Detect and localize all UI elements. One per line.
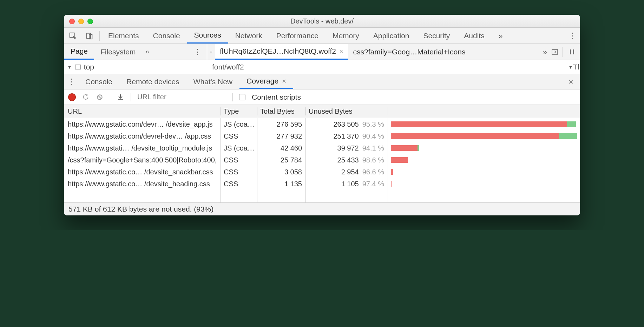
cell-url: https://www.gstatic.co… /devsite_heading…: [64, 178, 221, 190]
svg-rect-4: [552, 49, 558, 54]
more-tabs-icon[interactable]: »: [492, 28, 510, 44]
content-scripts-label: Content scripts: [252, 93, 301, 101]
main-tab-performance[interactable]: Performance: [269, 28, 326, 44]
file-mime-type: font/woff2: [207, 60, 566, 74]
cell-unused: 263 50595.3 %: [306, 118, 388, 130]
cell-total: 277 932: [257, 130, 306, 142]
record-button[interactable]: [68, 94, 75, 101]
column-type[interactable]: Type: [221, 107, 257, 115]
next-tab-icon[interactable]: [551, 48, 558, 55]
table-row[interactable]: https://www.gstatic.com/devrel-dev… /app…: [64, 130, 580, 142]
close-icon[interactable]: ×: [340, 48, 343, 55]
cell-unused: 39 97294.1 %: [306, 142, 388, 154]
cell-url: https://www.gstatic.co… /devsite_snackba…: [64, 166, 221, 178]
main-tab-elements[interactable]: Elements: [101, 28, 146, 44]
titlebar: DevTools - web.dev/: [64, 15, 580, 28]
file-tab-1[interactable]: css?family=Goog…Material+Icons: [348, 44, 471, 60]
svg-rect-1: [87, 33, 91, 38]
column-unused[interactable]: Unused Bytes: [306, 107, 388, 115]
navigator-tab-page[interactable]: Page: [64, 44, 94, 60]
tree-node-top[interactable]: top: [84, 63, 94, 71]
column-total[interactable]: Total Bytes: [257, 107, 306, 115]
expand-toggle-icon[interactable]: ▼: [67, 64, 72, 70]
content-scripts-checkbox[interactable]: [239, 94, 245, 100]
kebab-menu-icon[interactable]: ⋮: [566, 31, 580, 40]
pause-icon[interactable]: [567, 49, 575, 55]
main-tab-network[interactable]: Network: [228, 28, 269, 44]
drawer-tab-what-s-new[interactable]: What's New: [186, 74, 239, 89]
url-filter-input[interactable]: [137, 93, 226, 101]
coverage-status: 571 KB of 612 KB bytes are not used. (93…: [64, 202, 580, 215]
cell-total: 276 595: [257, 118, 306, 130]
cell-bar: [388, 142, 580, 154]
window-title: DevTools - web.dev/: [64, 17, 580, 25]
cell-url: https://www.gstatic.com/devrel-dev… /app…: [64, 130, 221, 142]
svg-rect-6: [573, 49, 574, 54]
cell-bar: [388, 130, 580, 142]
cell-url: /css?family=Google+Sans:400,500|Roboto:4…: [64, 154, 221, 166]
cell-type: CSS: [221, 178, 257, 190]
close-icon[interactable]: ×: [282, 77, 286, 85]
cell-url: https://www.gstatic.com/devr… /devsite_a…: [64, 118, 221, 130]
svg-rect-5: [570, 49, 571, 54]
cell-type: JS (coa…: [221, 142, 257, 154]
cell-bar: [388, 154, 580, 166]
cell-total: 1 135: [257, 178, 306, 190]
navigator-tree[interactable]: ▼ top: [64, 60, 207, 74]
clear-icon[interactable]: [96, 93, 104, 101]
main-tabstrip: ElementsConsoleSourcesNetworkPerformance…: [64, 28, 580, 44]
main-tab-application[interactable]: Application: [366, 28, 416, 44]
prev-tab-icon[interactable]: [207, 48, 215, 55]
main-tab-memory[interactable]: Memory: [326, 28, 366, 44]
main-tab-console[interactable]: Console: [146, 28, 187, 44]
cell-unused: 1 10597.4 %: [306, 178, 388, 190]
table-row[interactable]: https://www.gstati… /devsite_tooltip_mod…: [64, 142, 580, 154]
column-url[interactable]: URL: [64, 107, 221, 115]
cell-total: 25 784: [257, 154, 306, 166]
export-icon[interactable]: [117, 93, 124, 101]
cell-unused: 251 37090.4 %: [306, 130, 388, 142]
file-tab-label: flUhRq6tzZclQEJ…NcIhQ8tQ.woff2: [220, 47, 336, 55]
more-navigator-tabs-icon[interactable]: »: [142, 48, 152, 55]
cell-bar: [388, 118, 580, 130]
drawer-tab-console[interactable]: Console: [78, 74, 119, 89]
navigator-tab-filesystem[interactable]: Filesystem: [94, 44, 142, 60]
device-toolbar-icon[interactable]: [81, 28, 98, 44]
table-row[interactable]: https://www.gstatic.com/devr… /devsite_a…: [64, 118, 580, 130]
main-tab-audits[interactable]: Audits: [457, 28, 491, 44]
table-row[interactable]: /css?family=Google+Sans:400,500|Roboto:4…: [64, 154, 580, 166]
cell-bar: [388, 166, 580, 178]
more-file-tabs-icon[interactable]: »: [543, 48, 547, 56]
drawer-tabstrip: ⋮ ConsoleRemote devicesWhat's NewCoverag…: [64, 74, 580, 89]
navigator-menu-icon[interactable]: ⋮: [188, 47, 207, 56]
drawer-tab-coverage[interactable]: Coverage×: [239, 74, 293, 89]
main-tab-sources[interactable]: Sources: [187, 28, 228, 44]
cell-type: CSS: [221, 130, 257, 142]
main-tab-security[interactable]: Security: [416, 28, 457, 44]
svg-rect-3: [210, 51, 212, 52]
file-tab-label: css?family=Goog…Material+Icons: [353, 48, 466, 56]
cell-unused: 2 95496.6 %: [306, 166, 388, 178]
cell-total: 3 058: [257, 166, 306, 178]
coverage-table-body: https://www.gstatic.com/devr… /devsite_a…: [64, 118, 580, 190]
cell-url: https://www.gstati… /devsite_tooltip_mod…: [64, 142, 221, 154]
navigator-tabs: Page Filesystem » ⋮: [64, 44, 207, 60]
cell-bar: [388, 178, 580, 190]
cell-type: CSS: [221, 166, 257, 178]
open-files-tabs: flUhRq6tzZclQEJ…NcIhQ8tQ.woff2 × css?fam…: [207, 44, 580, 60]
threads-pane-toggle[interactable]: ▼ Tl: [566, 60, 580, 74]
cell-type: CSS: [221, 154, 257, 166]
drawer-tab-remote-devices[interactable]: Remote devices: [119, 74, 186, 89]
cell-total: 42 460: [257, 142, 306, 154]
file-tab-0[interactable]: flUhRq6tzZclQEJ…NcIhQ8tQ.woff2 ×: [215, 44, 348, 60]
svg-rect-8: [118, 99, 123, 100]
inspect-element-icon[interactable]: [64, 28, 81, 44]
frame-icon: [75, 65, 81, 69]
table-row[interactable]: https://www.gstatic.co… /devsite_heading…: [64, 178, 580, 190]
devtools-window: DevTools - web.dev/ ElementsConsoleSourc…: [64, 15, 580, 215]
reload-icon[interactable]: [82, 93, 90, 101]
table-row[interactable]: https://www.gstatic.co… /devsite_snackba…: [64, 166, 580, 178]
coverage-table-header: URL Type Total Bytes Unused Bytes: [64, 105, 580, 118]
drawer-menu-icon[interactable]: ⋮: [64, 77, 78, 86]
close-drawer-icon[interactable]: ×: [562, 77, 580, 87]
